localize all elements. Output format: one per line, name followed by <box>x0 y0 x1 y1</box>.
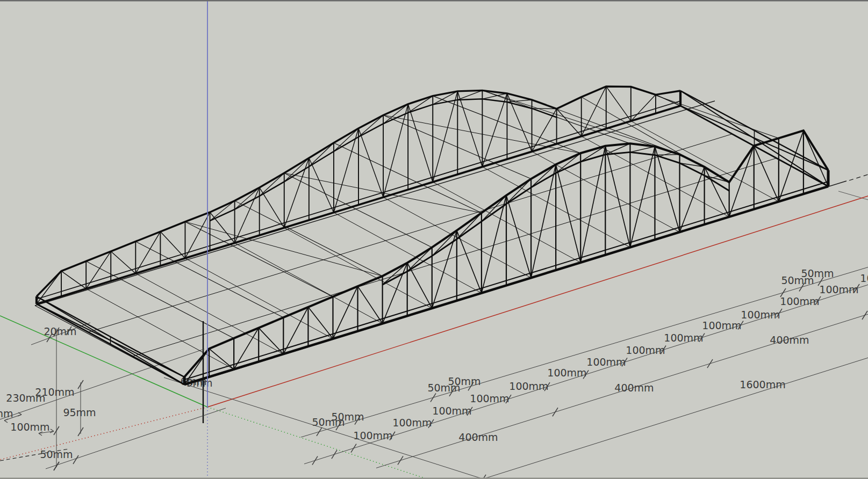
dimension-label-height: 100mm <box>10 421 49 433</box>
dimension-label-chain-100: 100mm <box>664 332 703 344</box>
dimension-label-height: 95mm <box>63 407 96 418</box>
dimension-label-chain-100-clipped: 100mm <box>860 272 868 284</box>
dimension-label-chain-100: 100mm <box>392 417 432 429</box>
3d-scene-canvas[interactable]: 230mm210mm95mm100mm50mm20mmmm6mm9mm50mm5… <box>0 0 868 479</box>
dimension-label-chain-100: 100mm <box>741 309 780 321</box>
dimension-label-chain-400: 400mm <box>770 334 809 346</box>
dimension-label-height: 50mm <box>40 448 73 460</box>
dimension-label-chain-50: 50mm <box>331 411 364 423</box>
dimension-label-height: 210mm <box>35 386 74 398</box>
dimension-label-chain-400: 400mm <box>614 382 654 394</box>
dimension-label-chain-100: 100mm <box>780 295 819 307</box>
dimension-label-height-clipped: mm <box>0 408 13 419</box>
dimension-label-chain-50: 50mm <box>448 375 480 387</box>
dimension-label-chain-100: 100mm <box>586 356 626 368</box>
dimension-label-chain-100: 100mm <box>509 380 548 392</box>
dimension-label-chain-100: 100mm <box>547 367 586 379</box>
dimension-label-height: 20mm <box>44 325 76 337</box>
sketchup-viewport[interactable]: 230mm210mm95mm100mm50mm20mmmm6mm9mm50mm5… <box>0 0 868 479</box>
dimension-label-chain-100: 100mm <box>353 430 392 441</box>
window-top-border <box>0 0 868 2</box>
dimension-label-chain-100: 100mm <box>470 393 509 404</box>
dimension-label-chain-100: 100mm <box>626 344 665 356</box>
dimension-label-chain-100: 100mm <box>432 405 471 417</box>
dimension-label-chain-100: 100mm <box>819 284 858 295</box>
dimension-label-chain-100: 100mm <box>702 320 741 331</box>
dimension-label-chain-400: 400mm <box>458 431 498 443</box>
dimension-label-overall: 1600mm <box>740 379 785 390</box>
dimension-label-chain-50: 50mm <box>801 267 834 279</box>
